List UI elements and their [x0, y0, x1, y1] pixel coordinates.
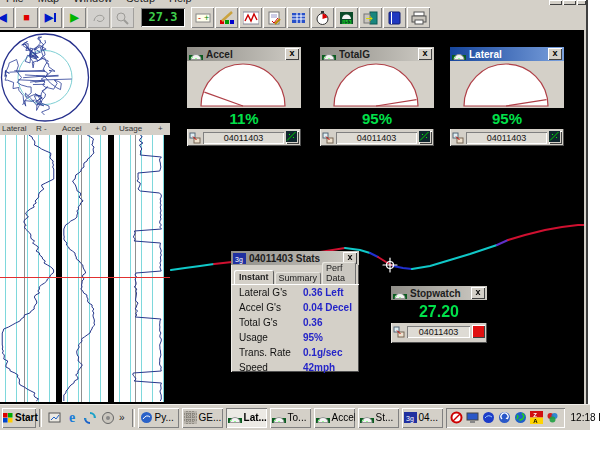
menu-help[interactable]: Help: [169, 0, 192, 4]
gauge-icon: [316, 412, 330, 423]
stat-row: Lateral G's 0.36 Left: [231, 285, 359, 300]
start-label: Start: [15, 412, 38, 423]
tray-blue-orb-icon[interactable]: [482, 411, 495, 424]
gauge-title: Lateral: [469, 49, 502, 60]
pin-icon[interactable]: [393, 326, 405, 338]
stats-tabs: InstantSummaryPerf Data: [231, 265, 359, 285]
friction-circle-plot: [0, 32, 90, 123]
channel-field[interactable]: 04011403: [336, 132, 417, 144]
task-button-py[interactable]: Py...: [138, 408, 179, 428]
stats-rows: Lateral G's 0.36 Left Accel G's 0.04 Dec…: [231, 285, 359, 375]
menu-file[interactable]: File: [6, 0, 24, 4]
svg-text:3g: 3g: [235, 255, 243, 263]
tab-perf-data[interactable]: Perf Data: [322, 262, 356, 284]
gauge-titlebar[interactable]: Lateral x: [450, 47, 564, 61]
notebook-button[interactable]: [383, 7, 406, 28]
task-buttons: Py...GE...Lat...To...AccelSt...3g04...: [138, 408, 446, 428]
gauge-readout: 95%: [320, 108, 434, 129]
zoom-tool-button: [111, 7, 134, 28]
quick-launch: e: [45, 409, 117, 427]
lap-button[interactable]: [472, 325, 485, 338]
tray-display-icon[interactable]: [466, 411, 479, 424]
taskbar-clock[interactable]: 12:18 PM: [571, 412, 600, 423]
menu-window[interactable]: Window: [73, 0, 112, 4]
stat-label: Lateral G's: [239, 287, 303, 298]
svg-text:853: 853: [342, 18, 352, 24]
task-button-lat[interactable]: Lat...: [226, 408, 267, 428]
strip-chart-usage[interactable]: [114, 135, 164, 402]
menu-setup[interactable]: Setup: [126, 0, 155, 4]
strip-header-label: Accel: [62, 124, 82, 133]
stop-button[interactable]: ■: [15, 7, 38, 28]
adjust-values-button[interactable]: -+: [191, 7, 214, 28]
stat-label: Speed: [239, 362, 303, 373]
pin-icon[interactable]: [452, 132, 464, 144]
strip-header-label: Lateral: [2, 124, 26, 133]
gauge-arc: [320, 61, 434, 108]
strip-chart-button[interactable]: [239, 7, 262, 28]
menu-map[interactable]: Map: [38, 0, 59, 4]
close-icon[interactable]: x: [418, 48, 432, 60]
close-icon[interactable]: x: [548, 48, 562, 60]
gauge-titlebar[interactable]: Accel x: [187, 47, 301, 61]
task-button-st[interactable]: St...: [358, 408, 399, 428]
task-button-to[interactable]: To...: [270, 408, 311, 428]
stopwatch-titlebar[interactable]: Stopwatch x: [391, 286, 487, 300]
task-label: To...: [288, 412, 307, 423]
edit-colors-button[interactable]: [215, 7, 238, 28]
tray-color-swirl-icon[interactable]: [546, 411, 559, 424]
overflow-chevron[interactable]: »: [119, 412, 125, 423]
task-label: Py...: [155, 412, 174, 423]
close-icon[interactable]: x: [285, 48, 299, 60]
gauge-icon: [189, 49, 203, 60]
gauge-arc: [450, 61, 564, 108]
gauge-dial: [187, 61, 301, 108]
stat-row: Usage 95%: [231, 330, 359, 345]
tab-summary[interactable]: Summary: [275, 272, 322, 284]
print-button[interactable]: [407, 7, 430, 28]
scatter-button[interactable]: [286, 131, 299, 144]
svg-text:A: A: [533, 418, 538, 424]
svg-text:3g: 3g: [406, 415, 414, 423]
tray-zonealarm-icon[interactable]: ZA: [530, 411, 543, 424]
pin-icon[interactable]: [322, 132, 334, 144]
table-button[interactable]: [287, 7, 310, 28]
stopwatch-button[interactable]: [311, 7, 334, 28]
skip-end-button[interactable]: ▶: [39, 7, 62, 28]
export-button[interactable]: [359, 7, 382, 28]
tray-globe-icon[interactable]: [514, 411, 527, 424]
channels-icon[interactable]: [81, 409, 99, 427]
task-button-04[interactable]: 3g04...: [402, 408, 443, 428]
tray-record-icon[interactable]: [450, 411, 463, 424]
report-button[interactable]: [263, 7, 286, 28]
show-desktop-icon[interactable]: [45, 409, 63, 427]
channel-field[interactable]: 04011403: [407, 326, 470, 338]
task-button-accel[interactable]: Accel: [314, 408, 355, 428]
tray-sync-icon[interactable]: [498, 411, 511, 424]
strip-header-label: + 0: [95, 124, 106, 133]
pin-icon[interactable]: [189, 132, 201, 144]
media-player-icon[interactable]: [99, 409, 117, 427]
menu-bar-items: FileMapWindowSetupHelp: [0, 0, 586, 4]
scatter-button[interactable]: [549, 131, 562, 144]
channel-field[interactable]: 04011403: [203, 132, 284, 144]
skip-start-button[interactable]: ◀: [0, 7, 14, 28]
start-button[interactable]: Start: [2, 408, 36, 428]
play-button[interactable]: ▶: [63, 7, 86, 28]
dashboard-button[interactable]: 853: [335, 7, 358, 28]
channel-field[interactable]: 04011403: [466, 132, 547, 144]
toolbar: ◀■▶▶27.3-+853: [0, 5, 586, 30]
strip-chart-lateral[interactable]: [0, 135, 56, 402]
tab-instant[interactable]: Instant: [234, 270, 274, 284]
strip-chart-accel[interactable]: [62, 135, 108, 402]
time-cursor-line: [0, 277, 170, 278]
scatter-button[interactable]: [419, 131, 432, 144]
gauge-titlebar[interactable]: TotalG x: [320, 47, 434, 61]
stopwatch-bottom-bar: 04011403: [391, 323, 487, 340]
internet-explorer-icon[interactable]: e: [63, 409, 81, 427]
task-button-ge[interactable]: GE...: [182, 408, 223, 428]
close-icon[interactable]: x: [471, 287, 485, 299]
task-label: GE...: [199, 412, 222, 423]
gauge-window-accel: Accel x 11% 04011403: [187, 47, 301, 146]
gauge-dial: [450, 61, 564, 108]
